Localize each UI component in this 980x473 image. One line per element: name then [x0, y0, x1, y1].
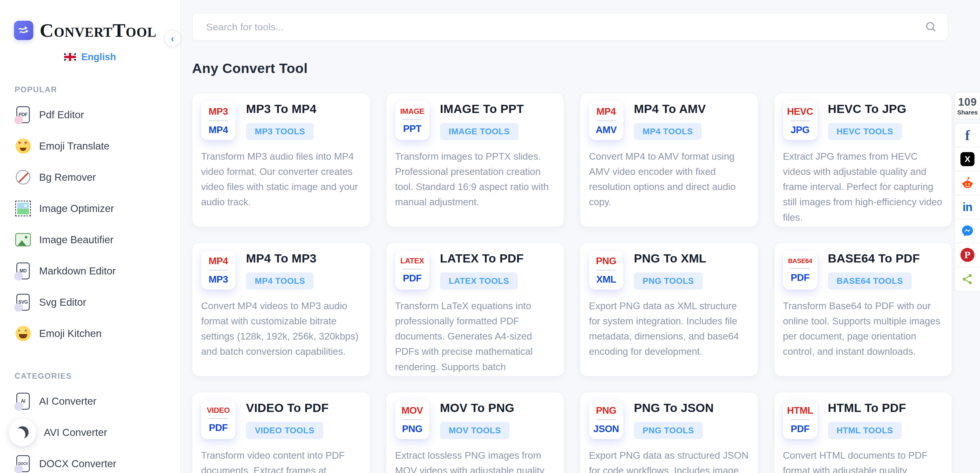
pdf-file-icon: PDF	[14, 106, 32, 123]
category-tag[interactable]: IMAGE TOOLS	[440, 123, 519, 140]
sidebar: ConvertTool ‹ English POPULAR PDF Pdf Ed…	[0, 0, 181, 473]
x-twitter-icon: X	[961, 152, 974, 166]
tool-description: Convert MP4 videos to MP3 audio format w…	[201, 298, 361, 360]
tool-description: Convert HTML documents to PDF format wit…	[783, 448, 943, 473]
tool-card-png-to-json[interactable]: PNG JSON PNG To JSON PNG TOOLS Export PN…	[580, 392, 758, 473]
tool-title: MP4 To AMV	[634, 102, 706, 116]
share-count-label: Shares	[955, 109, 980, 116]
format-badge: HEVC JPG	[783, 101, 818, 140]
popular-section-title: POPULAR	[0, 85, 180, 94]
tool-card-video-to-pdf[interactable]: VIDEO PDF VIDEO To PDF VIDEO TOOLS Trans…	[192, 392, 370, 473]
category-tag[interactable]: BASE64 TOOLS	[828, 272, 912, 290]
logo-text: ConvertTool	[40, 19, 156, 41]
share-count-number: 109	[955, 96, 980, 108]
sidebar-item-image-optimizer[interactable]: Image Optimizer	[0, 193, 180, 224]
category-tag[interactable]: VIDEO TOOLS	[246, 422, 323, 439]
reddit-icon	[960, 176, 975, 190]
format-badge: MP3 MP4	[201, 101, 235, 140]
tool-title: PNG To JSON	[634, 401, 714, 415]
convert-arrows-icon	[14, 21, 33, 40]
tool-card-base64-to-pdf[interactable]: BASE64 PDF BASE64 To PDF BASE64 TOOLS Tr…	[774, 243, 952, 376]
language-selector[interactable]: English	[0, 51, 180, 62]
sidebar-item-image-beautifier[interactable]: Image Beautifier	[0, 224, 180, 255]
format-badge: IMAGE PPT	[395, 101, 430, 140]
pinterest-share-button[interactable]: P	[955, 243, 980, 267]
tool-card-hevc-to-jpg[interactable]: HEVC JPG HEVC To JPG HEVC TOOLS Extract …	[774, 93, 952, 227]
tool-card-grid: MP3 MP4 MP3 To MP4 MP3 TOOLS Transform M…	[192, 93, 952, 473]
tool-title: LATEX To PDF	[440, 252, 524, 265]
category-tag[interactable]: LATEX TOOLS	[440, 272, 518, 290]
moon-icon	[16, 426, 29, 438]
laughing-emoji-icon: ^ ^	[14, 326, 32, 341]
category-tag[interactable]: MP3 TOOLS	[246, 123, 314, 140]
format-badge: PNG JSON	[589, 400, 624, 439]
tool-title: HTML To PDF	[828, 401, 906, 415]
tool-card-png-to-xml[interactable]: PNG XML PNG To XML PNG TOOLS Export PNG …	[580, 243, 758, 376]
dark-mode-toggle[interactable]	[9, 419, 36, 446]
ai-file-icon: AI	[14, 393, 32, 409]
heart-eyes-emoji-icon: ♥ ♥	[14, 139, 32, 154]
x-share-button[interactable]: X	[955, 147, 980, 171]
tool-card-mp4-to-mp3[interactable]: MP4 MP3 MP4 To MP3 MP4 TOOLS Convert MP4…	[192, 243, 370, 376]
category-tag[interactable]: HTML TOOLS	[828, 422, 902, 439]
tool-title: MP4 To MP3	[246, 252, 317, 265]
search-bar	[192, 13, 948, 41]
tool-description: Convert MP4 to AMV format using AMV vide…	[589, 149, 749, 210]
uk-flag-icon	[64, 53, 76, 61]
tool-card-latex-to-pdf[interactable]: LATEX PDF LATEX To PDF LATEX TOOLS Trans…	[386, 243, 565, 376]
tool-card-mp4-to-amv[interactable]: MP4 AMV MP4 To AMV MP4 TOOLS Convert MP4…	[580, 93, 758, 227]
category-tag[interactable]: PNG TOOLS	[634, 422, 703, 439]
tool-description: Transform MP3 audio files into MP4 video…	[201, 149, 361, 210]
tool-title: VIDEO To PDF	[246, 401, 329, 415]
sidebar-item-pdf-editor[interactable]: PDF Pdf Editor	[0, 99, 180, 130]
share-icon	[961, 272, 974, 286]
tool-description: Export PNG data as XML structure for sys…	[589, 298, 749, 360]
more-share-button[interactable]	[955, 267, 980, 291]
format-badge: VIDEO PDF	[201, 400, 235, 439]
main-content: Any Convert Tool MP3 MP4 MP3 To MP4 MP3 …	[181, 0, 980, 473]
svg-file-icon: SVG	[14, 294, 32, 311]
tool-description: Transform LaTeX equations into professio…	[395, 298, 555, 376]
tool-title: PNG To XML	[634, 252, 706, 265]
messenger-share-button[interactable]	[955, 219, 980, 243]
linkedin-share-button[interactable]: in	[955, 195, 980, 219]
share-rail: 109 Shares f X in	[954, 92, 980, 292]
sidebar-item-markdown-editor[interactable]: MD Markdown Editor	[0, 255, 180, 287]
md-file-icon: MD	[14, 263, 32, 279]
logo[interactable]: ConvertTool	[0, 19, 180, 41]
sidebar-item-ai-converter[interactable]: AI AI Converter	[0, 385, 180, 417]
reddit-share-button[interactable]	[955, 171, 980, 195]
tool-title: MOV To PNG	[440, 401, 514, 415]
category-tag[interactable]: MP4 TOOLS	[634, 123, 702, 140]
share-count: 109 Shares	[954, 92, 980, 119]
category-tag[interactable]: MP4 TOOLS	[246, 272, 314, 290]
sidebar-item-svg-editor[interactable]: SVG Svg Editor	[0, 287, 180, 318]
sidebar-collapse-button[interactable]: ‹	[164, 30, 181, 47]
tool-title: IMAGE To PPT	[440, 102, 524, 116]
sidebar-item-emoji-kitchen[interactable]: ^ ^ Emoji Kitchen	[0, 318, 180, 349]
tool-card-mp3-to-mp4[interactable]: MP3 MP4 MP3 To MP4 MP3 TOOLS Transform M…	[192, 93, 370, 227]
format-badge: BASE64 PDF	[783, 250, 818, 290]
category-tag[interactable]: HEVC TOOLS	[828, 123, 902, 140]
category-tag[interactable]: MOV TOOLS	[440, 422, 510, 439]
format-badge: MOV PNG	[395, 400, 430, 439]
search-input[interactable]	[192, 13, 948, 41]
tool-card-mov-to-png[interactable]: MOV PNG MOV To PNG MOV TOOLS Extract los…	[386, 392, 565, 473]
sidebar-item-avi-converter[interactable]: AVI Converter	[0, 417, 180, 448]
sidebar-item-bg-remover[interactable]: Bg Remover	[0, 161, 180, 193]
category-tag[interactable]: PNG TOOLS	[634, 272, 703, 290]
sidebar-item-emoji-translate[interactable]: ♥ ♥ Emoji Translate	[0, 130, 180, 161]
sidebar-item-docx-converter[interactable]: DOCX DOCX Converter	[0, 448, 180, 473]
tool-card-html-to-pdf[interactable]: HTML PDF HTML To PDF HTML TOOLS Convert …	[774, 392, 952, 473]
language-label: English	[81, 51, 116, 62]
format-badge: HTML PDF	[783, 400, 818, 439]
tool-title: MP3 To MP4	[246, 102, 317, 116]
format-badge: PNG XML	[589, 250, 624, 290]
magnifier-icon	[924, 21, 937, 35]
tool-description: Transform Base64 to PDF with our online …	[783, 298, 943, 360]
format-badge: MP4 AMV	[589, 101, 624, 140]
categories-section-title: CATEGORIES	[0, 372, 180, 381]
tool-description: Export PNG data as structured JSON for c…	[589, 448, 749, 473]
facebook-share-button[interactable]: f	[955, 124, 980, 147]
tool-card-image-to-ppt[interactable]: IMAGE PPT IMAGE To PPT IMAGE TOOLS Trans…	[386, 93, 565, 227]
